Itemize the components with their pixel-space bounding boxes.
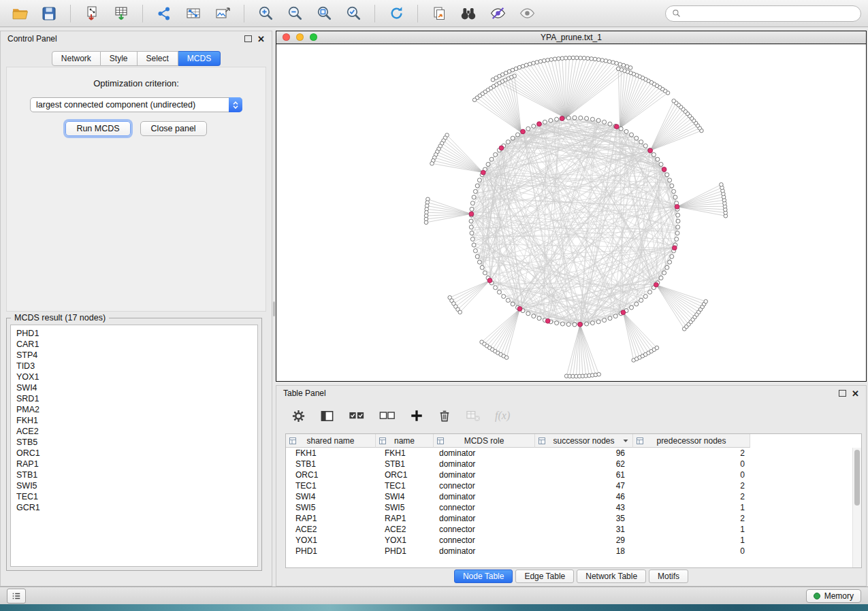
table-toolbar: f(x) — [276, 401, 866, 431]
table-row[interactable]: ORC1ORC1dominator610 — [286, 469, 861, 480]
zoom-in-button[interactable] — [253, 3, 278, 24]
deselect-all-button[interactable] — [379, 409, 396, 423]
mcds-result-item[interactable]: SWI4 — [11, 382, 257, 393]
table-cell: 46 — [535, 492, 633, 501]
table-cell: 31 — [535, 525, 633, 534]
search-input[interactable] — [685, 8, 854, 19]
mcds-result-item[interactable]: ORC1 — [11, 448, 257, 459]
mcds-result-item[interactable]: ACE2 — [11, 426, 257, 437]
column-header-shared-name[interactable]: shared name — [286, 434, 376, 448]
close-panel-icon[interactable]: ✕ — [852, 389, 859, 398]
mcds-result-item[interactable]: TID3 — [11, 361, 257, 371]
tab-network-table[interactable]: Network Table — [577, 569, 646, 583]
network-canvas[interactable] — [276, 44, 866, 381]
network-graph[interactable] — [276, 44, 866, 381]
table-row[interactable]: TEC1TEC1connector472 — [286, 480, 861, 491]
refresh-icon — [388, 5, 405, 22]
zoom-selected-button[interactable] — [340, 3, 366, 24]
mcds-result-title: MCDS result (17 nodes) — [11, 313, 109, 323]
table-cell: 96 — [535, 448, 633, 458]
tab-mcds[interactable]: MCDS — [178, 51, 221, 66]
mcds-result-item[interactable]: SRD1 — [11, 393, 257, 404]
table-panel-title: Table Panel — [283, 389, 833, 398]
export-image-button[interactable] — [210, 3, 236, 24]
gear-icon — [291, 409, 306, 423]
table-row[interactable]: ACE2ACE2connector311 — [286, 524, 861, 535]
delete-columns-button[interactable] — [438, 409, 451, 423]
mcds-result-item[interactable]: PMA2 — [11, 404, 257, 415]
table-scrollbar[interactable] — [852, 448, 861, 567]
close-panel-icon[interactable]: ✕ — [257, 35, 265, 44]
maximize-window-icon[interactable] — [310, 33, 317, 41]
table-cell: RAP1 — [376, 514, 434, 523]
close-window-icon[interactable] — [283, 33, 290, 41]
memory-button[interactable]: Memory — [806, 589, 861, 603]
tab-motifs[interactable]: Motifs — [649, 569, 688, 583]
table-row[interactable]: FKH1FKH1dominator962 — [286, 448, 861, 459]
zoom-fit-button[interactable] — [311, 3, 337, 24]
column-header-predecessor-nodes[interactable]: predecessor nodes — [633, 434, 750, 448]
network-share-icon — [156, 5, 172, 22]
mcds-result-item[interactable]: SWI5 — [11, 480, 257, 491]
mcds-result-item[interactable]: GCR1 — [11, 502, 257, 513]
mcds-result-item[interactable]: STP4 — [11, 350, 257, 361]
tab-style[interactable]: Style — [101, 51, 138, 66]
mcds-result-item[interactable]: TEC1 — [11, 491, 257, 502]
hide-details-button[interactable] — [485, 3, 511, 24]
mcds-result-list[interactable]: PHD1CAR1STP4TID3YOX1SWI4SRD1PMA2FKH1ACE2… — [10, 325, 258, 567]
mcds-result-item[interactable]: PHD1 — [11, 328, 257, 339]
show-panels-button[interactable] — [7, 589, 26, 604]
tab-network[interactable]: Network — [52, 51, 101, 66]
import-table-icon — [113, 5, 129, 22]
copy-view-button[interactable] — [426, 3, 452, 24]
mcds-result-item[interactable]: YOX1 — [11, 371, 257, 382]
import-network-button[interactable] — [79, 3, 105, 24]
tab-edge-table[interactable]: Edge Table — [515, 569, 574, 583]
global-search[interactable] — [665, 5, 861, 22]
table-row[interactable]: PHD1PHD1dominator180 — [286, 546, 861, 557]
open-session-button[interactable] — [7, 3, 33, 24]
toolbar-separator — [70, 5, 71, 22]
float-window-icon[interactable] — [839, 390, 846, 397]
mcds-result-item[interactable]: CAR1 — [11, 339, 257, 350]
sort-chevron-icon[interactable] — [623, 439, 628, 443]
network-window-titlebar[interactable]: YPA_prune.txt_1 — [276, 31, 866, 44]
column-header-name[interactable]: name — [376, 434, 434, 448]
show-columns-button[interactable] — [320, 409, 334, 423]
select-all-button[interactable] — [349, 409, 365, 423]
table-row[interactable]: SWI4SWI4dominator462 — [286, 491, 861, 502]
refresh-view-button[interactable] — [383, 3, 409, 24]
table-settings-button[interactable] — [291, 409, 306, 423]
table-cell: 29 — [535, 535, 633, 545]
column-header-successor-nodes[interactable]: successor nodes — [535, 434, 633, 448]
find-button[interactable] — [455, 3, 481, 24]
table-cell: 61 — [535, 470, 633, 480]
show-details-button[interactable] — [514, 3, 540, 24]
mcds-result-item[interactable]: RAP1 — [11, 459, 257, 469]
float-window-icon[interactable] — [244, 35, 252, 42]
run-mcds-button[interactable]: Run MCDS — [65, 121, 130, 136]
table-row[interactable]: STB1STB1dominator620 — [286, 459, 861, 469]
column-header-mcds-role[interactable]: MCDS role — [434, 434, 535, 448]
table-row[interactable]: YOX1YOX1connector291 — [286, 535, 861, 546]
minimize-window-icon[interactable] — [296, 33, 304, 41]
scrollbar-thumb[interactable] — [854, 450, 860, 506]
mcds-result-item[interactable]: STB1 — [11, 469, 257, 480]
table-cell: 1 — [633, 535, 750, 545]
new-column-button[interactable] — [410, 409, 423, 423]
zoom-out-button[interactable] — [282, 3, 308, 24]
table-row[interactable]: SWI5SWI5connector431 — [286, 502, 861, 513]
table-cell: SWI5 — [376, 503, 434, 512]
table-cell: TEC1 — [376, 481, 434, 491]
optimization-criterion-select[interactable]: largest connected component (undirected) — [30, 97, 242, 112]
save-session-button[interactable] — [36, 3, 62, 24]
mcds-result-item[interactable]: STB5 — [11, 437, 257, 448]
close-panel-button[interactable]: Close panel — [140, 121, 207, 136]
import-table-button[interactable] — [108, 3, 134, 24]
new-network-table-button[interactable] — [180, 3, 206, 24]
tab-node-table[interactable]: Node Table — [454, 569, 513, 583]
mcds-result-item[interactable]: FKH1 — [11, 415, 257, 426]
tab-select[interactable]: Select — [138, 51, 178, 66]
table-row[interactable]: RAP1RAP1dominator352 — [286, 513, 861, 524]
new-network-button[interactable] — [151, 3, 177, 24]
